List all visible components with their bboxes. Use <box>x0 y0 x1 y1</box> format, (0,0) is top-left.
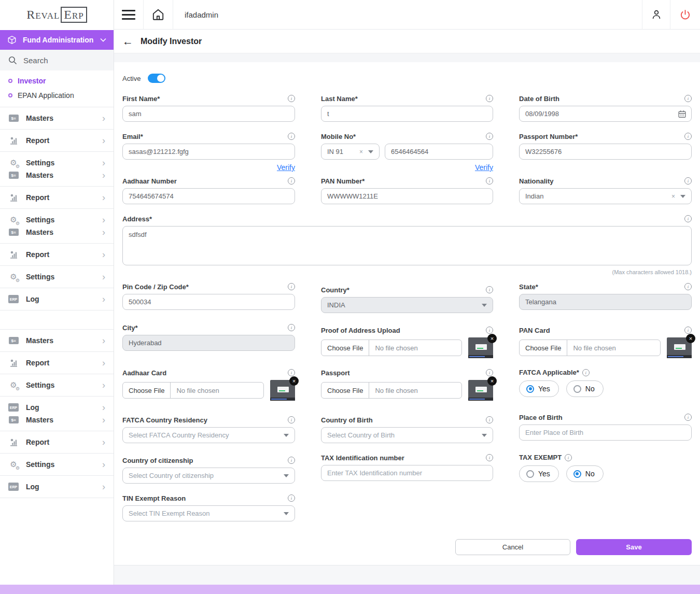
home-icon[interactable] <box>144 0 173 29</box>
pan-card-upload[interactable]: Choose File No file chosen <box>519 340 661 356</box>
mobile-country-code-select[interactable]: IN 91 × <box>321 144 380 160</box>
first-name-field[interactable] <box>122 106 295 122</box>
choose-file-button[interactable]: Choose File <box>321 383 369 398</box>
proof-of-address-preview[interactable]: × <box>468 337 493 358</box>
passport-number-field[interactable] <box>519 144 692 160</box>
sidebar-item-report[interactable]: Report› <box>8 357 105 369</box>
info-icon[interactable] <box>288 457 295 464</box>
clear-icon[interactable]: × <box>671 193 675 200</box>
date-of-birth-field[interactable] <box>519 106 692 122</box>
pan-card-preview[interactable]: × <box>667 337 692 358</box>
back-arrow-icon[interactable]: ← <box>122 36 133 47</box>
remove-file-icon[interactable]: × <box>289 376 299 386</box>
sidebar-item-settings[interactable]: ⚙⚙Settings› <box>8 458 105 471</box>
last-name-field[interactable] <box>321 106 493 122</box>
info-icon[interactable] <box>288 133 295 140</box>
sidebar-item-report[interactable]: Report› <box>8 436 105 448</box>
info-icon[interactable] <box>288 494 295 502</box>
info-icon[interactable] <box>288 177 295 185</box>
sidebar-item-masters[interactable]: $=Masters› <box>8 334 105 347</box>
pin-code-field[interactable] <box>122 294 295 310</box>
sidebar-menu-row: ERPLog› <box>0 476 114 498</box>
mobile-number-field[interactable] <box>385 144 493 160</box>
sidebar-item-report[interactable]: Report› <box>8 134 105 147</box>
info-icon[interactable] <box>486 416 493 423</box>
tax-exempt-no-radio[interactable]: No <box>566 465 604 482</box>
logout-power-icon[interactable] <box>670 0 700 29</box>
info-icon[interactable] <box>486 454 493 461</box>
sidebar-item-masters[interactable]: $=Masters› <box>8 414 105 426</box>
module-selector[interactable]: Fund Administration <box>0 30 114 50</box>
remove-file-icon[interactable]: × <box>487 334 497 343</box>
mobile-verify-link[interactable]: Verify <box>475 163 493 172</box>
cancel-button[interactable]: Cancel <box>455 539 570 555</box>
info-icon[interactable] <box>684 283 692 290</box>
proof-of-address-upload[interactable]: Choose File No file chosen <box>321 340 462 356</box>
sidebar-item-masters[interactable]: $=Masters› <box>8 112 105 124</box>
sidebar-item-investor[interactable]: Investor <box>0 74 114 88</box>
fatca-country-select[interactable]: Select FATCA Country Residency <box>122 427 295 443</box>
sidebar-item-settings[interactable]: ⚙⚙Settings› <box>8 157 105 169</box>
passport-upload[interactable]: Choose File No file chosen <box>321 382 462 399</box>
info-icon[interactable] <box>684 215 692 222</box>
fatca-yes-radio[interactable]: Yes <box>519 380 559 397</box>
tin-exempt-reason-select[interactable]: Select TIN Exempt Reason <box>122 505 295 521</box>
aadhaar-number-field[interactable] <box>122 188 295 204</box>
sidebar-item-settings[interactable]: ⚙⚙Settings› <box>8 379 105 391</box>
sidebar-item-masters[interactable]: $=Masters› <box>8 226 105 238</box>
info-icon[interactable] <box>288 283 295 290</box>
email-field[interactable] <box>122 144 295 160</box>
info-icon[interactable] <box>684 177 692 185</box>
choose-file-button[interactable]: Choose File <box>520 340 567 356</box>
sidebar-item-epan-application[interactable]: EPAN Application <box>0 88 114 103</box>
info-icon[interactable] <box>684 414 692 421</box>
info-icon[interactable] <box>486 286 493 293</box>
choose-file-button[interactable]: Choose File <box>321 340 369 356</box>
sidebar-item-settings[interactable]: ⚙⚙Settings› <box>8 214 105 226</box>
citizenship-select[interactable]: Select Country of citizenship <box>122 468 295 484</box>
tax-id-field[interactable] <box>321 465 493 481</box>
info-icon[interactable] <box>486 177 493 185</box>
info-icon[interactable] <box>288 95 295 102</box>
email-verify-link[interactable]: Verify <box>277 163 295 172</box>
info-icon[interactable] <box>684 133 692 140</box>
info-icon[interactable] <box>486 95 493 102</box>
nationality-select[interactable]: Indian × <box>519 188 692 204</box>
sidebar-item-report[interactable]: Report› <box>8 248 105 261</box>
aadhaar-card-upload[interactable]: Choose File No file chosen <box>122 382 264 399</box>
sidebar-item-settings[interactable]: ⚙⚙Settings› <box>8 271 105 283</box>
sidebar-item-log[interactable]: ERPLog› <box>8 401 105 414</box>
active-toggle[interactable] <box>148 74 165 83</box>
clear-icon[interactable]: × <box>359 148 363 155</box>
aadhaar-card-preview[interactable]: × <box>270 380 295 401</box>
info-icon[interactable] <box>486 133 493 140</box>
sidebar-item-report[interactable]: Report› <box>8 191 105 204</box>
info-icon[interactable] <box>684 327 692 334</box>
info-icon[interactable] <box>288 369 295 376</box>
user-profile-icon[interactable] <box>642 0 670 29</box>
choose-file-button[interactable]: Choose File <box>123 383 171 398</box>
sidebar-item-log[interactable]: ERPLog› <box>8 293 105 305</box>
calendar-icon[interactable] <box>678 109 687 118</box>
info-icon[interactable] <box>684 95 692 102</box>
country-of-birth-select[interactable]: Select Country of Birth <box>321 427 493 443</box>
info-icon[interactable] <box>288 416 295 423</box>
info-icon[interactable] <box>582 369 590 376</box>
info-icon[interactable] <box>486 327 493 334</box>
passport-preview[interactable]: × <box>468 380 493 401</box>
sidebar-item-masters[interactable]: $=Masters› <box>8 169 105 181</box>
pan-number-field[interactable] <box>321 188 493 204</box>
tax-exempt-yes-radio[interactable]: Yes <box>519 465 559 482</box>
info-icon[interactable] <box>486 369 493 376</box>
address-field[interactable]: sdfsdf <box>122 226 692 265</box>
info-icon[interactable] <box>288 324 295 331</box>
remove-file-icon[interactable]: × <box>686 334 695 343</box>
fatca-no-radio[interactable]: No <box>566 380 604 397</box>
save-button[interactable]: Save <box>576 539 692 555</box>
sidebar-item-log[interactable]: ERPLog› <box>8 480 105 493</box>
hamburger-menu-icon[interactable] <box>114 0 144 29</box>
info-icon[interactable] <box>565 454 572 461</box>
place-of-birth-field[interactable] <box>519 425 692 441</box>
remove-file-icon[interactable]: × <box>487 376 497 386</box>
sidebar-search[interactable]: Search <box>0 50 114 70</box>
